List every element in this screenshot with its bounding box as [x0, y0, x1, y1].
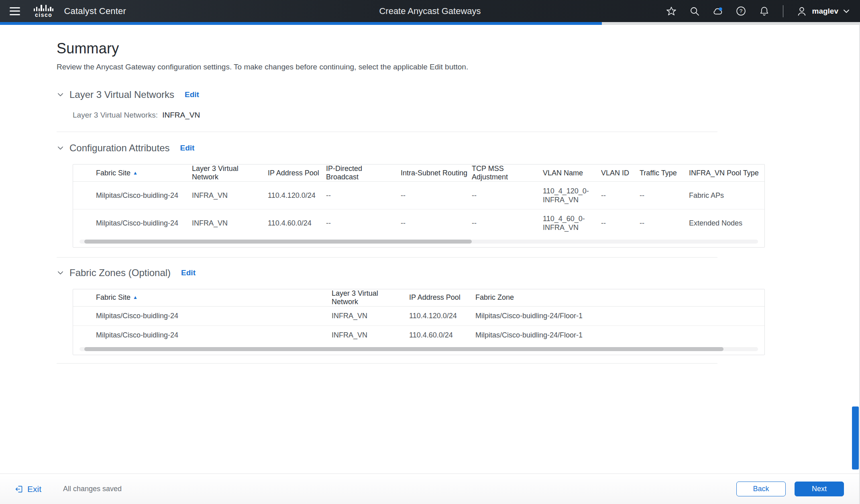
- sort-ascending-icon: ▲: [133, 295, 138, 300]
- next-button[interactable]: Next: [795, 482, 844, 496]
- l3vn-section-title: Layer 3 Virtual Networks: [69, 89, 174, 100]
- cisco-logo: cisco: [34, 5, 53, 18]
- cell-fabric-zone: Milpitas/Cisco-buidling-24/Floor-1: [475, 325, 764, 345]
- zones-section-title: Fabric Zones (Optional): [69, 267, 171, 278]
- col-ip-pool: IP Address Pool: [409, 289, 475, 307]
- fabric-zones-table: Fabric Site▲ Layer 3 Virtual Network IP …: [73, 289, 764, 345]
- col-vlan-name: VLAN Name: [543, 165, 601, 182]
- col-vlan-id: VLAN ID: [601, 165, 640, 182]
- cell-ip-pool: 110.4.60.0/24: [268, 209, 326, 237]
- cell-traffic-type: --: [640, 209, 689, 237]
- wizard-footer: Exit All changes saved Back Next: [0, 474, 860, 504]
- config-table-hscrollbar-track[interactable]: [79, 240, 758, 244]
- zones-table-hscrollbar-thumb[interactable]: [84, 347, 723, 351]
- section-divider: [57, 132, 717, 132]
- cell-l3vn: INFRA_VN: [332, 325, 409, 345]
- exit-button[interactable]: Exit: [14, 484, 41, 494]
- cell-tcp-mss: --: [472, 209, 543, 237]
- cell-l3vn: INFRA_VN: [192, 182, 268, 209]
- section-divider: [57, 363, 717, 364]
- zones-edit-button[interactable]: Edit: [181, 268, 196, 277]
- zones-collapse-chevron-icon[interactable]: [57, 269, 64, 276]
- summary-page: Summary Review the Anycast Gateway confi…: [0, 25, 860, 364]
- cisco-wordmark: cisco: [35, 12, 52, 18]
- table-row: Milpitas/Cisco-buidling-24 INFRA_VN 110.…: [73, 182, 764, 209]
- cell-pool-type: Fabric APs: [689, 182, 764, 209]
- config-attributes-table-card: Fabric Site▲ Layer 3 Virtual Network IP …: [73, 164, 765, 248]
- summary-title: Summary: [57, 40, 860, 57]
- cell-l3vn: INFRA_VN: [192, 209, 268, 237]
- l3vn-field-label: Layer 3 Virtual Networks:: [73, 111, 158, 119]
- col-tcp-mss: TCP MSS Adjustment: [472, 165, 543, 182]
- user-chevron-down-icon: [843, 9, 850, 13]
- notifications-bell-icon[interactable]: [759, 6, 770, 17]
- search-icon[interactable]: [689, 6, 700, 17]
- table-row: Milpitas/Cisco-buidling-24 INFRA_VN 110.…: [73, 325, 764, 345]
- user-name: maglev: [812, 7, 838, 16]
- config-section-title: Configuration Attributes: [69, 142, 169, 154]
- cell-fabric-site: Milpitas/Cisco-buidling-24: [73, 325, 332, 345]
- cell-fabric-zone: Milpitas/Cisco-buidling-24/Floor-1: [475, 306, 764, 325]
- config-edit-button[interactable]: Edit: [180, 144, 194, 152]
- cell-traffic-type: --: [640, 182, 689, 209]
- l3vn-edit-button[interactable]: Edit: [185, 90, 199, 99]
- page-vscrollbar-thumb[interactable]: [852, 406, 859, 469]
- sort-ascending-icon: ▲: [133, 170, 138, 176]
- exit-door-icon: [14, 485, 23, 494]
- cloud-status-icon[interactable]: [712, 6, 723, 17]
- cell-fabric-site: Milpitas/Cisco-buidling-24: [73, 306, 332, 325]
- back-button[interactable]: Back: [736, 482, 786, 496]
- cell-vlan-id: --: [601, 209, 640, 237]
- col-fabric-site[interactable]: Fabric Site▲: [73, 289, 332, 307]
- cell-vlan-id: --: [601, 182, 640, 209]
- table-header-row: Fabric Site▲ Layer 3 Virtual Network IP …: [73, 165, 764, 182]
- cell-intra-subnet-routing: --: [401, 182, 472, 209]
- wizard-progress-fill: [0, 22, 602, 25]
- cell-intra-subnet-routing: --: [401, 209, 472, 237]
- table-row: Milpitas/Cisco-buidling-24 INFRA_VN 110.…: [73, 306, 764, 325]
- cell-vlan-name: 110_4_60_0-INFRA_VN: [543, 209, 601, 237]
- cell-tcp-mss: --: [472, 182, 543, 209]
- col-ip-pool: IP Address Pool: [268, 165, 326, 182]
- fabric-zones-table-card: Fabric Site▲ Layer 3 Virtual Network IP …: [73, 289, 765, 356]
- col-l3vn: Layer 3 Virtual Network: [332, 289, 409, 307]
- col-l3vn: Layer 3 Virtual Network: [192, 165, 268, 182]
- table-row: Milpitas/Cisco-buidling-24 INFRA_VN 110.…: [73, 209, 764, 237]
- user-menu[interactable]: maglev: [796, 6, 850, 17]
- section-divider: [57, 257, 717, 258]
- cell-ip-pool: 110.4.120.0/24: [268, 182, 326, 209]
- cell-vlan-name: 110_4_120_0-INFRA_VN: [543, 182, 601, 209]
- l3vn-field-value: INFRA_VN: [162, 111, 200, 119]
- col-fabric-site[interactable]: Fabric Site▲: [73, 165, 192, 182]
- cisco-bars-icon: [34, 5, 53, 11]
- cell-ip-pool: 110.4.120.0/24: [409, 306, 475, 325]
- save-status-text: All changes saved: [63, 485, 122, 493]
- col-fabric-zone: Fabric Zone: [475, 289, 764, 307]
- user-avatar-icon: [796, 6, 807, 17]
- config-collapse-chevron-icon[interactable]: [57, 144, 64, 152]
- col-pool-type: INFRA_VN Pool Type: [689, 165, 764, 182]
- summary-description: Review the Anycast Gateway configuration…: [57, 63, 860, 71]
- l3vn-collapse-chevron-icon[interactable]: [57, 91, 64, 98]
- cell-ip-pool: 110.4.60.0/24: [409, 325, 475, 345]
- zones-table-hscrollbar-track[interactable]: [79, 347, 758, 351]
- cell-ip-directed-broadcast: --: [326, 182, 401, 209]
- col-intra-subnet-routing: Intra-Subnet Routing: [401, 165, 472, 182]
- col-traffic-type: Traffic Type: [640, 165, 689, 182]
- col-ip-directed-broadcast: IP-Directed Broadcast: [326, 165, 401, 182]
- config-table-hscrollbar-thumb[interactable]: [84, 240, 472, 244]
- cell-fabric-site: Milpitas/Cisco-buidling-24: [73, 209, 192, 237]
- topbar-separator: [783, 5, 783, 17]
- svg-text:?: ?: [740, 8, 743, 14]
- config-attributes-table: Fabric Site▲ Layer 3 Virtual Network IP …: [73, 165, 764, 237]
- cell-ip-directed-broadcast: --: [326, 209, 401, 237]
- exit-label: Exit: [27, 484, 41, 494]
- top-app-bar: Create Anycast Gateways cisco Catalyst C…: [0, 0, 860, 22]
- cell-fabric-site: Milpitas/Cisco-buidling-24: [73, 182, 192, 209]
- favorites-star-icon[interactable]: [666, 6, 677, 17]
- menu-hamburger-icon[interactable]: [10, 7, 20, 15]
- wizard-progress-track: [0, 22, 860, 25]
- product-name: Catalyst Center: [64, 6, 126, 16]
- cell-l3vn: INFRA_VN: [332, 306, 409, 325]
- help-icon[interactable]: ?: [736, 6, 747, 17]
